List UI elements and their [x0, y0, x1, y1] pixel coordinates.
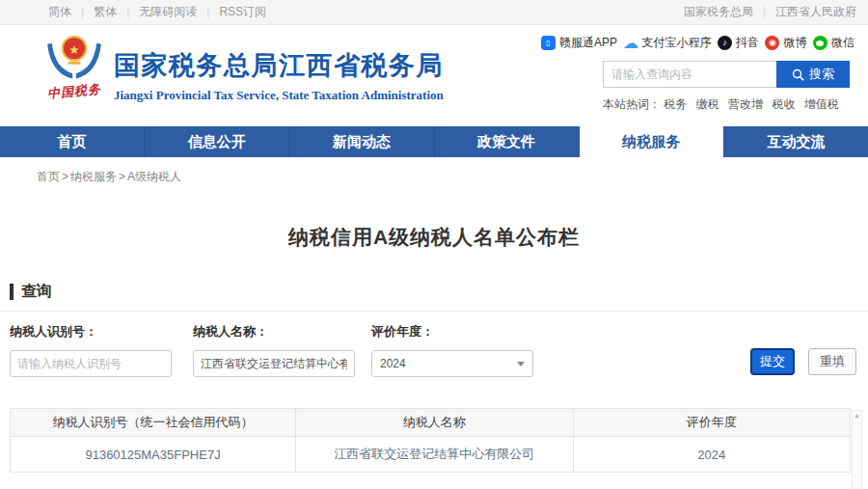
breadcrumb-tax-services[interactable]: 纳税服务 — [70, 170, 117, 183]
hot-word-link[interactable]: 税收 — [772, 97, 795, 111]
quicklink-douyin[interactable]: ♪ 抖音 — [718, 35, 759, 51]
results-table-wrap: 纳税人识别号（统一社会信用代码） 纳税人名称 评价年度 91360125MA35… — [10, 408, 858, 473]
nav-item-policy-documents[interactable]: 政策文件 — [435, 126, 580, 157]
hot-words-label: 本站热词： — [603, 97, 661, 111]
link-jiangxi-government[interactable]: 江西省人民政府 — [775, 5, 856, 18]
quicklink-weibo[interactable]: ◉ 微博 — [765, 35, 806, 51]
hot-words: 本站热词： 税务 缴税 营改增 税收 增值税 — [603, 96, 854, 113]
quicklink-wechat[interactable]: 微信 — [813, 35, 854, 51]
svg-text:★: ★ — [68, 43, 79, 57]
topbar-right-links: 国家税务总局|江西省人民政府 — [684, 4, 856, 20]
table-header-row: 纳税人识别号（统一社会信用代码） 纳税人名称 评价年度 — [11, 409, 851, 437]
link-simplified-chinese[interactable]: 简体 — [48, 5, 71, 18]
query-section-title: 查询 — [21, 282, 52, 302]
cell-taxpayer-id: 91360125MA35FPHE7J — [11, 437, 296, 473]
submit-button[interactable]: 提交 — [750, 348, 795, 375]
quicklink-ganfutong-app[interactable]: ▯ 赣服通APP — [541, 35, 617, 51]
link-traditional-chinese[interactable]: 繁体 — [94, 5, 117, 18]
link-rss[interactable]: RSS订阅 — [219, 5, 266, 18]
tax-emblem-icon: ★ — [46, 33, 102, 83]
breadcrumb: 首页>纳税服务>A级纳税人 — [37, 169, 868, 185]
nav-item-information-disclosure[interactable]: 信息公开 — [145, 126, 289, 157]
nav-item-news[interactable]: 新闻动态 — [289, 126, 434, 157]
breadcrumb-current: A级纳税人 — [127, 170, 181, 183]
site-logo-link[interactable]: ★ 中国税务 国家税务总局江西省税务局 Jiangxi Provincial T… — [44, 33, 444, 103]
link-accessibility[interactable]: 无障碍阅读 — [139, 5, 197, 18]
site-header: ★ 中国税务 国家税务总局江西省税务局 Jiangxi Provincial T… — [0, 25, 868, 126]
hot-word-link[interactable]: 营改增 — [728, 97, 763, 111]
hot-word-link[interactable]: 税务 — [664, 97, 687, 111]
header-taxpayer-name: 纳税人名称 — [296, 409, 573, 437]
site-search: 搜索 — [603, 61, 854, 88]
table-row: 91360125MA35FPHE7J 江西省联交运登记结算中心有限公司 2024 — [11, 437, 851, 473]
site-title: 国家税务总局江西省税务局 — [114, 48, 444, 83]
table-scrollbar[interactable]: ▲ — [852, 410, 862, 489]
results-table: 纳税人识别号（统一社会信用代码） 纳税人名称 评价年度 91360125MA35… — [10, 408, 851, 473]
cell-taxpayer-name: 江西省联交运登记结算中心有限公司 — [296, 437, 573, 473]
header-right: ▯ 赣服通APP ☁ 支付宝小程序 ♪ 抖音 ◉ 微博 微信 — [541, 35, 854, 113]
nav-item-home[interactable]: 首页 — [0, 126, 145, 157]
douyin-icon: ♪ — [718, 36, 732, 50]
taxpayer-id-input[interactable] — [10, 350, 172, 377]
main-nav: 首页 信息公开 新闻动态 政策文件 纳税服务 互动交流 — [0, 126, 868, 157]
section-bar — [10, 284, 14, 300]
search-input[interactable] — [603, 61, 776, 88]
taxpayer-id-label: 纳税人识别号： — [10, 323, 172, 340]
breadcrumb-home[interactable]: 首页 — [37, 170, 60, 183]
taxpayer-name-input[interactable] — [193, 350, 355, 377]
chevron-down-icon — [517, 362, 525, 367]
quick-links: ▯ 赣服通APP ☁ 支付宝小程序 ♪ 抖音 ◉ 微博 微信 — [541, 35, 854, 51]
site-logo: ★ 中国税务 — [44, 33, 104, 100]
taxpayer-name-label: 纳税人名称： — [193, 323, 355, 340]
query-form: 纳税人识别号： 纳税人名称： 评价年度： 2024 提交 重填 — [0, 323, 868, 393]
page: 简体|繁体|无障碍阅读|RSS订阅 国家税务总局|江西省人民政府 ★ 中国税务 … — [0, 0, 868, 489]
search-button[interactable]: 搜索 — [776, 61, 850, 88]
hot-word-link[interactable]: 增值税 — [804, 97, 839, 111]
weibo-icon: ◉ — [765, 36, 779, 50]
reset-button[interactable]: 重填 — [808, 348, 856, 375]
header-taxpayer-id: 纳税人识别号（统一社会信用代码） — [11, 409, 296, 437]
search-icon — [792, 68, 804, 81]
cell-evaluation-year: 2024 — [573, 437, 850, 473]
query-section-header: 查询 — [0, 282, 868, 312]
header-evaluation-year: 评价年度 — [573, 409, 850, 437]
hot-word-link[interactable]: 缴税 — [696, 97, 719, 111]
evaluation-year-value: 2024 — [380, 357, 406, 370]
evaluation-year-select[interactable]: 2024 — [371, 350, 533, 377]
evaluation-year-label: 评价年度： — [371, 323, 533, 340]
link-state-taxation-administration[interactable]: 国家税务总局 — [684, 5, 753, 18]
logo-caption: 中国税务 — [43, 80, 104, 102]
wechat-icon — [813, 36, 827, 50]
scroll-up-icon: ▲ — [853, 411, 861, 421]
site-subtitle: Jiangxi Provincial Tax Service, State Ta… — [114, 88, 444, 103]
quicklink-alipay-mini-program[interactable]: ☁ 支付宝小程序 — [624, 35, 712, 51]
ganfutong-app-icon: ▯ — [541, 36, 556, 50]
nav-item-tax-services[interactable]: 纳税服务 — [580, 126, 724, 157]
alipay-mini-program-icon: ☁ — [624, 36, 638, 50]
top-utility-bar: 简体|繁体|无障碍阅读|RSS订阅 国家税务总局|江西省人民政府 — [0, 0, 868, 25]
page-title: 纳税信用A级纳税人名单公布栏 — [0, 224, 868, 251]
nav-item-interaction[interactable]: 互动交流 — [724, 126, 868, 157]
topbar-left-links: 简体|繁体|无障碍阅读|RSS订阅 — [48, 4, 266, 20]
